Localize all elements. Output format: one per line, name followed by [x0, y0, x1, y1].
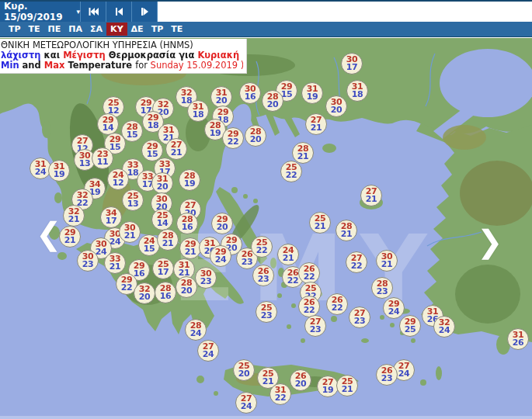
temp-station: 2721	[165, 138, 187, 160]
header-text-part: Max	[44, 61, 68, 71]
temp-station: 2622	[326, 293, 348, 315]
temp-station: 2517	[152, 258, 174, 279]
temp-station: 2816	[155, 282, 176, 303]
tab-ΤΕ[interactable]: ΤΕ	[167, 23, 186, 36]
weather-app-window: Κυρ. 15/09/2019 ▾ ΤΡΤΕΠΕΠΑΣΑΚΥΔΕΤΡΤΕ	[0, 0, 532, 419]
step-backward-icon	[114, 7, 124, 16]
stations-layer: 2512291732203218312030162915311931183017…	[0, 38, 532, 419]
temp-station: 2823	[371, 277, 393, 299]
temp-station: 2722	[346, 251, 367, 273]
toolbar: Κυρ. 15/09/2019 ▾	[0, 2, 532, 22]
tab-ΚΥ[interactable]: ΚΥ	[106, 23, 127, 36]
tab-ΤΡ[interactable]: ΤΡ	[5, 23, 25, 36]
temp-station: 2925	[399, 315, 421, 337]
header-text-part: and	[23, 61, 44, 71]
tab-ΠΕ[interactable]: ΠΕ	[44, 23, 65, 36]
temp-station: 2921	[179, 237, 201, 259]
next-day-arrow[interactable]: ❯	[477, 226, 503, 257]
temp-station: 2513	[122, 189, 144, 211]
temp-station: 2924	[210, 245, 231, 267]
tab-ΣΑ[interactable]: ΣΑ	[86, 23, 106, 36]
temp-station: 3120	[210, 86, 232, 108]
temp-station: 3021	[119, 221, 141, 243]
temp-station: 2521	[336, 375, 358, 396]
temp-station: 2719	[317, 376, 339, 397]
step-forward-icon	[140, 7, 150, 16]
greece-weather-map: EMY 251229173220321831203016291531193118…	[0, 38, 532, 419]
previous-day-arrow[interactable]: ❮	[36, 218, 62, 249]
temp-station: 2520	[233, 359, 255, 381]
temp-station: 3221	[63, 205, 85, 227]
temp-station: 3021	[376, 250, 398, 272]
header-text-part: και	[44, 50, 64, 61]
temp-station: 3417	[100, 206, 122, 228]
temp-station: 2821	[336, 220, 357, 241]
temp-station: 2820	[245, 125, 266, 147]
temp-station: 2816	[176, 213, 198, 234]
temp-station: 3120	[151, 172, 173, 194]
temp-station: 2921	[59, 226, 81, 248]
header-text-part: Θερμοκρασία για	[109, 50, 198, 61]
temp-station: 2723	[349, 306, 370, 328]
tab-ΔΕ[interactable]: ΔΕ	[127, 23, 148, 36]
temp-station: 2522	[280, 161, 302, 182]
day-tabs: ΤΡΤΕΠΕΠΑΣΑΚΥΔΕΤΡΤΕ	[0, 22, 532, 37]
temp-station: 3016	[239, 82, 261, 104]
temp-station: 2311	[92, 147, 113, 169]
temp-station: 2521	[309, 212, 331, 234]
temp-station: 2623	[252, 265, 274, 286]
header-text-part: Temperature	[68, 61, 135, 71]
temp-station: 2820	[262, 90, 283, 112]
temp-station: 3118	[346, 80, 368, 102]
temp-station: 2724	[197, 340, 219, 362]
agency-title: ΘΝΙΚΗ ΜΕΤΕΩΡΟΛΟΓΙΚΗ ΥΠΗΡΕΣΙΑ (HNMS)	[1, 40, 243, 50]
step-backward-button[interactable]	[106, 2, 132, 22]
temp-station: 2723	[304, 315, 326, 337]
temp-station: 3220	[134, 282, 155, 304]
temp-station: 2820	[176, 276, 197, 298]
skip-to-first-button[interactable]	[81, 2, 106, 22]
temp-station: 2523	[256, 301, 277, 323]
temp-station: 3017	[341, 53, 363, 74]
temp-station: 3224	[433, 316, 455, 338]
temp-station: 2622	[298, 262, 320, 284]
title-english: Min and Max Temperature for Sunday 15.09…	[1, 61, 243, 71]
temp-station: 3119	[301, 82, 323, 104]
temp-station: 2819	[179, 169, 200, 191]
temp-station: 2821	[292, 142, 314, 164]
tab-ΤΕ[interactable]: ΤΕ	[25, 23, 44, 36]
date-selector[interactable]: Κυρ. 15/09/2019 ▾	[0, 2, 81, 22]
temp-station: 2522	[251, 236, 273, 258]
temp-station: 3023	[195, 267, 217, 289]
temp-station: 2623	[376, 364, 398, 386]
temp-station: 2922	[222, 127, 244, 149]
title-greek: λάχιστη και Μέγιστη Θερμοκρασία για Κυρι…	[1, 50, 243, 61]
map-bottom-edge	[0, 416, 532, 419]
header-text-part: Min	[1, 61, 23, 71]
temp-station: 3118	[187, 100, 209, 122]
header-text-part: Sunday 15.09.2019 )	[151, 61, 243, 71]
tab-ΠΑ[interactable]: ΠΑ	[64, 23, 86, 36]
header-text-part: λάχιστη	[1, 50, 44, 61]
temp-station: 3126	[507, 328, 529, 350]
temp-station: 2620	[290, 369, 311, 391]
map-header-box: ΘΝΙΚΗ ΜΕΤΕΩΡΟΛΟΓΙΚΗ ΥΠΗΡΕΣΙΑ (HNMS) λάχι…	[0, 39, 247, 74]
date-label: Κυρ. 15/09/2019	[4, 1, 74, 23]
temp-station: 2412	[107, 168, 129, 190]
temp-station: 2724	[235, 392, 257, 414]
temp-station: 3020	[325, 95, 347, 117]
temp-station: 2824	[185, 319, 207, 341]
temp-station: 3023	[77, 250, 99, 272]
temp-station: 2721	[305, 113, 327, 135]
temp-station: 2914	[97, 113, 119, 135]
tab-ΤΡ[interactable]: ΤΡ	[148, 23, 168, 36]
header-text-part: Μέγιστη	[63, 50, 109, 61]
temp-station: 2721	[360, 185, 382, 206]
temp-station: 2920	[211, 213, 233, 234]
header-text-part: Κυριακή 15.09.2019	[197, 50, 243, 61]
skip-to-first-icon	[88, 7, 99, 16]
temp-station: 2924	[383, 297, 405, 319]
temp-station: 2622	[298, 296, 320, 317]
caret-down-icon: ▾	[76, 8, 80, 16]
step-forward-button[interactable]	[132, 2, 158, 22]
